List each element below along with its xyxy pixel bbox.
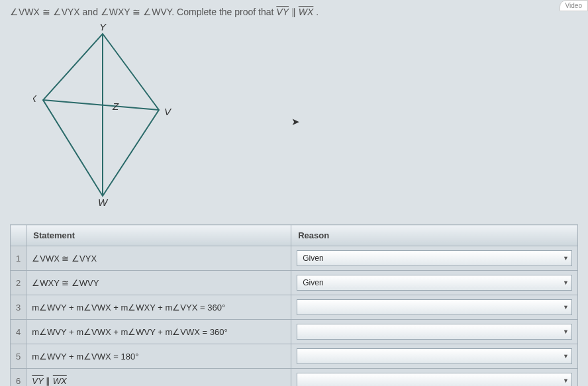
- parallel-symbol: ∥: [46, 376, 53, 386]
- chevron-down-icon: ▼: [563, 377, 569, 384]
- geometry-figure: Y X Z V W: [33, 24, 578, 211]
- reason-dropdown-3[interactable]: ▼: [297, 299, 572, 315]
- problem-prompt: ∠VWX ≅ ∠VYX and ∠WXY ≅ ∠WVY. Complete th…: [10, 7, 578, 17]
- row-number: 5: [11, 344, 26, 369]
- row-number: 1: [11, 246, 26, 271]
- reason-dropdown-4[interactable]: ▼: [297, 324, 572, 340]
- row-number: 3: [11, 295, 26, 320]
- parallel-symbol: ∥: [291, 7, 299, 17]
- table-row: 2 ∠WXY ≅ ∠WVY Given ▼: [11, 271, 578, 295]
- table-row: 3 m∠WVY + m∠VWX + m∠WXY + m∠VYX = 360° ▼: [11, 295, 578, 320]
- reason-dropdown-1[interactable]: Given ▼: [297, 250, 572, 266]
- cursor-icon: ➤: [291, 116, 300, 128]
- table-row: 6 VY ∥ WX ▼: [11, 369, 578, 387]
- table-row: 5 m∠WVY + m∠VWX = 180° ▼: [11, 344, 578, 369]
- proof-table: Statement Reason 1 ∠VWX ≅ ∠VYX Given ▼ 2…: [10, 224, 578, 386]
- statement-cell: m∠WVY + m∠VWX + m∠WVY + m∠VWX = 360°: [26, 320, 291, 344]
- header-num: [11, 225, 26, 246]
- reason-value: Given: [303, 278, 323, 287]
- reason-dropdown-2[interactable]: Given ▼: [297, 275, 572, 291]
- segment-wx: WX: [299, 7, 314, 17]
- svg-line-2: [43, 100, 159, 110]
- prompt-end: .: [316, 7, 318, 17]
- segment-wx: WX: [53, 376, 67, 386]
- label-v: V: [164, 106, 172, 117]
- header-reason: Reason: [291, 225, 578, 246]
- label-y: Y: [99, 24, 107, 32]
- video-label: Video: [565, 2, 582, 9]
- chevron-down-icon: ▼: [563, 353, 569, 360]
- chevron-down-icon: ▼: [563, 304, 569, 311]
- segment-vy: VY: [276, 7, 289, 17]
- row-number: 2: [11, 271, 26, 295]
- reason-value: Given: [303, 254, 323, 263]
- header-statement: Statement: [26, 225, 291, 246]
- chevron-down-icon: ▼: [563, 255, 569, 262]
- statement-cell: ∠VWX ≅ ∠VYX: [26, 246, 291, 271]
- reason-dropdown-6[interactable]: ▼: [297, 373, 572, 386]
- statement-cell: m∠WVY + m∠VWX + m∠WXY + m∠VYX = 360°: [26, 295, 291, 320]
- table-row: 4 m∠WVY + m∠VWX + m∠WVY + m∠VWX = 360° ▼: [11, 320, 578, 344]
- chevron-down-icon: ▼: [563, 328, 569, 335]
- label-z: Z: [112, 101, 119, 112]
- statement-cell: VY ∥ WX: [26, 369, 291, 387]
- prompt-text-1: ∠VWX ≅ ∠VYX and ∠WXY ≅ ∠WVY. Complete th…: [10, 7, 276, 17]
- reason-dropdown-5[interactable]: ▼: [297, 348, 572, 364]
- chevron-down-icon: ▼: [563, 279, 569, 286]
- svg-marker-0: [43, 34, 159, 196]
- label-x: X: [33, 93, 37, 104]
- table-row: 1 ∠VWX ≅ ∠VYX Given ▼: [11, 246, 578, 271]
- row-number: 4: [11, 320, 26, 344]
- label-w: W: [98, 197, 109, 208]
- row-number: 6: [11, 369, 26, 387]
- segment-vy: VY: [32, 376, 43, 386]
- video-button[interactable]: Video: [560, 0, 588, 11]
- statement-cell: ∠WXY ≅ ∠WVY: [26, 271, 291, 295]
- statement-cell: m∠WVY + m∠VWX = 180°: [26, 344, 291, 369]
